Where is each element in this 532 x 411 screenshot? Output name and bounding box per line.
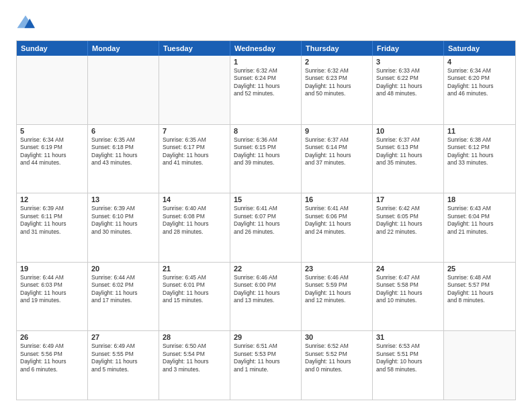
calendar-row: 1Sunrise: 6:32 AM Sunset: 6:24 PM Daylig… bbox=[17, 56, 515, 124]
page: SundayMondayTuesdayWednesdayThursdayFrid… bbox=[0, 0, 532, 411]
day-number: 21 bbox=[163, 265, 226, 273]
calendar-cell: 6Sunrise: 6:35 AM Sunset: 6:18 PM Daylig… bbox=[88, 125, 159, 193]
cell-info: Sunrise: 6:37 AM Sunset: 6:13 PM Dayligh… bbox=[376, 136, 440, 167]
cell-info: Sunrise: 6:44 AM Sunset: 6:03 PM Dayligh… bbox=[20, 274, 84, 305]
calendar-cell: 22Sunrise: 6:46 AM Sunset: 6:00 PM Dayli… bbox=[230, 263, 302, 331]
header-cell-saturday: Saturday bbox=[444, 41, 515, 56]
day-number: 13 bbox=[91, 195, 155, 203]
calendar-row: 12Sunrise: 6:39 AM Sunset: 6:11 PM Dayli… bbox=[17, 193, 515, 262]
calendar-cell: 17Sunrise: 6:42 AM Sunset: 6:05 PM Dayli… bbox=[373, 193, 444, 262]
calendar-cell: 1Sunrise: 6:32 AM Sunset: 6:24 PM Daylig… bbox=[230, 56, 302, 124]
cell-info: Sunrise: 6:32 AM Sunset: 6:23 PM Dayligh… bbox=[305, 67, 369, 98]
calendar-cell: 14Sunrise: 6:40 AM Sunset: 6:08 PM Dayli… bbox=[159, 193, 230, 262]
day-number: 20 bbox=[91, 265, 155, 273]
cell-info: Sunrise: 6:37 AM Sunset: 6:14 PM Dayligh… bbox=[305, 136, 369, 167]
calendar-cell: 9Sunrise: 6:37 AM Sunset: 6:14 PM Daylig… bbox=[302, 125, 373, 193]
cell-info: Sunrise: 6:35 AM Sunset: 6:18 PM Dayligh… bbox=[91, 136, 155, 167]
day-number: 17 bbox=[376, 195, 440, 203]
day-number: 10 bbox=[376, 127, 440, 135]
header-cell-thursday: Thursday bbox=[302, 41, 373, 56]
calendar-cell: 5Sunrise: 6:34 AM Sunset: 6:19 PM Daylig… bbox=[17, 125, 88, 193]
calendar-row: 26Sunrise: 6:49 AM Sunset: 5:56 PM Dayli… bbox=[17, 330, 515, 400]
header bbox=[16, 13, 516, 32]
day-number: 2 bbox=[305, 58, 369, 66]
calendar-cell: 16Sunrise: 6:41 AM Sunset: 6:06 PM Dayli… bbox=[302, 193, 373, 262]
calendar-cell: 18Sunrise: 6:43 AM Sunset: 6:04 PM Dayli… bbox=[444, 193, 515, 262]
day-number: 27 bbox=[91, 333, 155, 341]
cell-info: Sunrise: 6:45 AM Sunset: 6:01 PM Dayligh… bbox=[163, 274, 226, 305]
calendar-cell: 8Sunrise: 6:36 AM Sunset: 6:15 PM Daylig… bbox=[230, 125, 302, 193]
cell-info: Sunrise: 6:49 AM Sunset: 5:55 PM Dayligh… bbox=[91, 342, 155, 373]
cell-info: Sunrise: 6:41 AM Sunset: 6:07 PM Dayligh… bbox=[234, 205, 298, 236]
day-number: 28 bbox=[163, 333, 226, 341]
cell-info: Sunrise: 6:48 AM Sunset: 5:57 PM Dayligh… bbox=[447, 274, 512, 305]
calendar-cell: 19Sunrise: 6:44 AM Sunset: 6:03 PM Dayli… bbox=[17, 263, 88, 331]
day-number: 4 bbox=[447, 58, 512, 66]
cell-info: Sunrise: 6:52 AM Sunset: 5:52 PM Dayligh… bbox=[305, 342, 369, 373]
calendar-cell: 4Sunrise: 6:34 AM Sunset: 6:20 PM Daylig… bbox=[444, 56, 515, 124]
day-number: 14 bbox=[163, 195, 226, 203]
logo bbox=[16, 13, 38, 32]
cell-info: Sunrise: 6:49 AM Sunset: 5:56 PM Dayligh… bbox=[20, 342, 84, 373]
day-number: 15 bbox=[234, 195, 298, 203]
header-cell-tuesday: Tuesday bbox=[159, 41, 230, 56]
day-number: 1 bbox=[234, 58, 298, 66]
day-number: 24 bbox=[376, 265, 440, 273]
calendar-cell bbox=[17, 56, 88, 124]
day-number: 5 bbox=[20, 127, 84, 135]
cell-info: Sunrise: 6:44 AM Sunset: 6:02 PM Dayligh… bbox=[91, 274, 155, 305]
calendar-cell: 15Sunrise: 6:41 AM Sunset: 6:07 PM Dayli… bbox=[230, 193, 302, 262]
cell-info: Sunrise: 6:50 AM Sunset: 5:54 PM Dayligh… bbox=[163, 342, 226, 373]
cell-info: Sunrise: 6:39 AM Sunset: 6:10 PM Dayligh… bbox=[91, 205, 155, 236]
calendar-cell: 12Sunrise: 6:39 AM Sunset: 6:11 PM Dayli… bbox=[17, 193, 88, 262]
cell-info: Sunrise: 6:34 AM Sunset: 6:19 PM Dayligh… bbox=[20, 136, 84, 167]
cell-info: Sunrise: 6:39 AM Sunset: 6:11 PM Dayligh… bbox=[20, 205, 84, 236]
calendar-cell: 7Sunrise: 6:35 AM Sunset: 6:17 PM Daylig… bbox=[159, 125, 230, 193]
calendar-cell: 27Sunrise: 6:49 AM Sunset: 5:55 PM Dayli… bbox=[88, 331, 159, 400]
cell-info: Sunrise: 6:38 AM Sunset: 6:12 PM Dayligh… bbox=[447, 136, 512, 167]
cell-info: Sunrise: 6:47 AM Sunset: 5:58 PM Dayligh… bbox=[376, 274, 440, 305]
cell-info: Sunrise: 6:36 AM Sunset: 6:15 PM Dayligh… bbox=[234, 136, 298, 167]
calendar-cell: 11Sunrise: 6:38 AM Sunset: 6:12 PM Dayli… bbox=[444, 125, 515, 193]
calendar-cell: 13Sunrise: 6:39 AM Sunset: 6:10 PM Dayli… bbox=[88, 193, 159, 262]
day-number: 7 bbox=[163, 127, 226, 135]
calendar-cell: 25Sunrise: 6:48 AM Sunset: 5:57 PM Dayli… bbox=[444, 263, 515, 331]
header-cell-friday: Friday bbox=[373, 41, 444, 56]
day-number: 19 bbox=[20, 265, 84, 273]
calendar-cell: 20Sunrise: 6:44 AM Sunset: 6:02 PM Dayli… bbox=[88, 263, 159, 331]
cell-info: Sunrise: 6:40 AM Sunset: 6:08 PM Dayligh… bbox=[163, 205, 226, 236]
cell-info: Sunrise: 6:41 AM Sunset: 6:06 PM Dayligh… bbox=[305, 205, 369, 236]
cell-info: Sunrise: 6:46 AM Sunset: 6:00 PM Dayligh… bbox=[234, 274, 298, 305]
header-cell-monday: Monday bbox=[88, 41, 159, 56]
day-number: 8 bbox=[234, 127, 298, 135]
header-cell-wednesday: Wednesday bbox=[230, 41, 302, 56]
calendar-cell: 3Sunrise: 6:33 AM Sunset: 6:22 PM Daylig… bbox=[373, 56, 444, 124]
cell-info: Sunrise: 6:32 AM Sunset: 6:24 PM Dayligh… bbox=[234, 67, 298, 98]
calendar-cell: 26Sunrise: 6:49 AM Sunset: 5:56 PM Dayli… bbox=[17, 331, 88, 400]
calendar-cell bbox=[159, 56, 230, 124]
day-number: 25 bbox=[447, 265, 512, 273]
calendar-cell: 31Sunrise: 6:53 AM Sunset: 5:51 PM Dayli… bbox=[373, 331, 444, 400]
calendar-header: SundayMondayTuesdayWednesdayThursdayFrid… bbox=[17, 41, 515, 56]
calendar-cell bbox=[88, 56, 159, 124]
day-number: 16 bbox=[305, 195, 369, 203]
day-number: 30 bbox=[305, 333, 369, 341]
calendar-cell: 2Sunrise: 6:32 AM Sunset: 6:23 PM Daylig… bbox=[302, 56, 373, 124]
calendar-cell: 30Sunrise: 6:52 AM Sunset: 5:52 PM Dayli… bbox=[302, 331, 373, 400]
calendar-cell: 24Sunrise: 6:47 AM Sunset: 5:58 PM Dayli… bbox=[373, 263, 444, 331]
day-number: 12 bbox=[20, 195, 84, 203]
cell-info: Sunrise: 6:35 AM Sunset: 6:17 PM Dayligh… bbox=[163, 136, 226, 167]
calendar: SundayMondayTuesdayWednesdayThursdayFrid… bbox=[16, 40, 516, 400]
calendar-cell bbox=[444, 331, 515, 400]
calendar-row: 19Sunrise: 6:44 AM Sunset: 6:03 PM Dayli… bbox=[17, 262, 515, 331]
day-number: 22 bbox=[234, 265, 298, 273]
cell-info: Sunrise: 6:53 AM Sunset: 5:51 PM Dayligh… bbox=[376, 342, 440, 373]
calendar-cell: 28Sunrise: 6:50 AM Sunset: 5:54 PM Dayli… bbox=[159, 331, 230, 400]
logo-icon bbox=[16, 13, 35, 32]
day-number: 29 bbox=[234, 333, 298, 341]
day-number: 18 bbox=[447, 195, 512, 203]
day-number: 23 bbox=[305, 265, 369, 273]
calendar-body: 1Sunrise: 6:32 AM Sunset: 6:24 PM Daylig… bbox=[17, 56, 515, 400]
cell-info: Sunrise: 6:33 AM Sunset: 6:22 PM Dayligh… bbox=[376, 67, 440, 98]
day-number: 26 bbox=[20, 333, 84, 341]
